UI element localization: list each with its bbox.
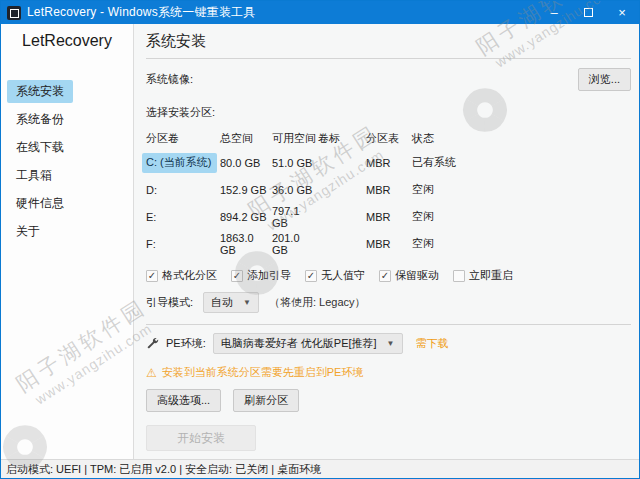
table-row-e-volume[interactable]: E: [146, 203, 220, 230]
table-row-f-label [318, 230, 366, 257]
table-row-f-ptable: MBR [366, 230, 412, 257]
window-title: LetRecovery - Windows系统一键重装工具 [27, 4, 256, 21]
status-bar: 启动模式: UEFI | TPM: 已启用 v2.0 | 安全启动: 已关闭 |… [1, 459, 639, 478]
checkbox-add-boot[interactable]: ✓添加引导 [231, 268, 291, 283]
pe-env-value: 电脑病毒爱好者 优化版PE[推荐] [221, 336, 377, 351]
system-image-input[interactable] [201, 69, 570, 91]
table-row-c-volume[interactable]: C: (当前系统) [146, 149, 220, 176]
table-row-d-total: 152.9 GB [220, 176, 272, 203]
checkbox-format-partition[interactable]: ✓格式化分区 [146, 268, 217, 283]
system-image-row: 系统镜像: 浏览... [146, 68, 631, 91]
refresh-partitions-button[interactable]: 刷新分区 [233, 389, 299, 412]
warning-message: ⚠ 安装到当前系统分区需要先重启到PE环境 [146, 365, 631, 380]
browse-button[interactable]: 浏览... [578, 68, 631, 91]
system-image-label: 系统镜像: [146, 72, 193, 87]
start-install-button[interactable]: 开始安装 [146, 425, 256, 451]
table-row-e-free: 797.1 GB [272, 203, 318, 230]
table-row-f-free: 201.0 GB [272, 230, 318, 257]
table-row-d-volume[interactable]: D: [146, 176, 220, 203]
col-header-volume: 分区卷 [146, 127, 220, 149]
col-header-table: 分区表 [366, 127, 412, 149]
table-row-c-label [318, 149, 366, 176]
chevron-down-icon: ▼ [387, 339, 395, 348]
table-row-c-free: 51.0 GB [272, 149, 318, 176]
table-row-e-ptable: MBR [366, 203, 412, 230]
boot-mode-select[interactable]: 自动 ▼ [203, 292, 259, 313]
table-row-d-label [318, 176, 366, 203]
checkbox-icon: ✓ [379, 270, 391, 282]
boot-mode-row: 引导模式: 自动 ▼ （将使用: Legacy） [146, 292, 631, 313]
col-header-status: 状态 [412, 127, 631, 149]
checkbox-unattended[interactable]: ✓无人值守 [305, 268, 365, 283]
table-row-e-label [318, 203, 366, 230]
col-header-label: 卷标 [318, 127, 366, 149]
selected-partition[interactable]: C: (当前系统) [142, 153, 217, 173]
install-options: ✓格式化分区 ✓添加引导 ✓无人值守 ✓保留驱动 ✓立即重启 [146, 268, 631, 283]
table-row-c-ptable: MBR [366, 149, 412, 176]
checkbox-icon: ✓ [231, 270, 243, 282]
sidebar: LetRecovery 系统安装 系统备份 在线下载 工具箱 硬件信息 关于 [1, 24, 134, 459]
sidebar-item-system-backup[interactable]: 系统备份 [7, 108, 73, 131]
sidebar-item-hardware-info[interactable]: 硬件信息 [7, 192, 73, 215]
sidebar-nav: 系统安装 系统备份 在线下载 工具箱 硬件信息 关于 [1, 80, 133, 243]
warning-text: 安装到当前系统分区需要先重启到PE环境 [162, 365, 364, 380]
checkbox-icon: ✓ [453, 270, 465, 282]
checkbox-keep-drivers[interactable]: ✓保留驱动 [379, 268, 439, 283]
col-header-free: 可用空间 [272, 127, 318, 149]
partition-section-label: 选择安装分区: [146, 105, 631, 120]
table-row-c-status: 已有系统 [412, 149, 631, 176]
window-controls: – × [537, 1, 639, 24]
sidebar-item-system-install[interactable]: 系统安装 [7, 80, 73, 103]
sidebar-item-online-download[interactable]: 在线下载 [7, 136, 73, 159]
table-row-c-total: 80.0 GB [220, 149, 272, 176]
table-row-f-total: 1863.0 GB [220, 230, 272, 257]
table-row-d-status: 空闲 [412, 176, 631, 203]
page-title: 系统安装 [146, 32, 631, 51]
pe-env-label: PE环境: [166, 336, 206, 351]
table-row-f-status: 空闲 [412, 230, 631, 257]
wrench-icon [146, 337, 159, 350]
checkbox-icon: ✓ [305, 270, 317, 282]
main-content: 系统安装 系统镜像: 浏览... 选择安装分区: 分区卷 总空间 可用空间 卷标… [134, 24, 639, 459]
pe-env-row: PE环境: 电脑病毒爱好者 优化版PE[推荐] ▼ 需下载 [146, 333, 631, 354]
app-icon [7, 6, 21, 20]
divider [146, 58, 631, 59]
boot-mode-note: （将使用: Legacy） [269, 295, 366, 310]
app-window: LetRecovery - Windows系统一键重装工具 – × LetRec… [0, 0, 640, 479]
checkbox-icon: ✓ [146, 270, 158, 282]
table-row-e-status: 空闲 [412, 203, 631, 230]
action-buttons: 高级选项... 刷新分区 [146, 389, 631, 412]
brand-title: LetRecovery [1, 32, 133, 50]
maximize-glyph [584, 8, 593, 17]
col-header-total: 总空间 [220, 127, 272, 149]
table-row-f-volume[interactable]: F: [146, 230, 220, 257]
minimize-icon[interactable]: – [537, 1, 571, 24]
divider [146, 324, 631, 325]
maximize-icon[interactable] [571, 1, 605, 24]
close-icon[interactable]: × [605, 1, 639, 24]
warning-icon: ⚠ [146, 367, 157, 379]
table-row-d-ptable: MBR [366, 176, 412, 203]
titlebar: LetRecovery - Windows系统一键重装工具 – × [1, 1, 639, 24]
table-row-d-free: 36.0 GB [272, 176, 318, 203]
sidebar-item-toolbox[interactable]: 工具箱 [7, 164, 61, 187]
checkbox-restart-now[interactable]: ✓立即重启 [453, 268, 513, 283]
boot-mode-value: 自动 [211, 295, 233, 310]
sidebar-item-about[interactable]: 关于 [7, 220, 49, 243]
partition-table: 分区卷 总空间 可用空间 卷标 分区表 状态 C: (当前系统) 80.0 GB… [146, 127, 631, 257]
window-body: LetRecovery 系统安装 系统备份 在线下载 工具箱 硬件信息 关于 系… [1, 24, 639, 459]
download-needed-badge: 需下载 [416, 336, 449, 351]
chevron-down-icon: ▼ [243, 298, 251, 307]
boot-mode-label: 引导模式: [146, 295, 193, 310]
advanced-options-button[interactable]: 高级选项... [146, 389, 221, 412]
table-row-e-total: 894.2 GB [220, 203, 272, 230]
pe-env-select[interactable]: 电脑病毒爱好者 优化版PE[推荐] ▼ [213, 333, 403, 354]
